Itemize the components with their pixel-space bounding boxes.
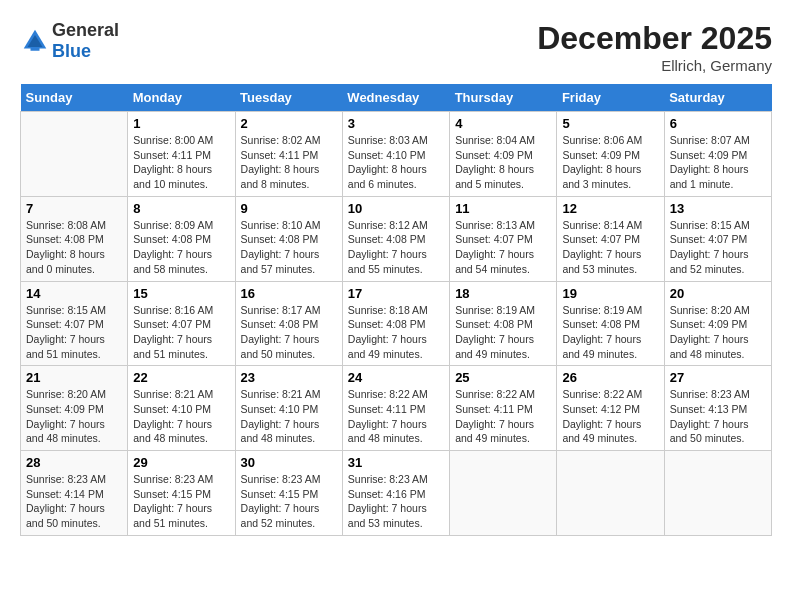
calendar-cell: 3Sunrise: 8:03 AM Sunset: 4:10 PM Daylig… bbox=[342, 112, 449, 197]
day-number: 30 bbox=[241, 455, 337, 470]
calendar-day-header: Saturday bbox=[664, 84, 771, 112]
logo-icon bbox=[20, 26, 50, 56]
calendar-week-row: 7Sunrise: 8:08 AM Sunset: 4:08 PM Daylig… bbox=[21, 196, 772, 281]
day-number: 25 bbox=[455, 370, 551, 385]
day-info: Sunrise: 8:20 AM Sunset: 4:09 PM Dayligh… bbox=[670, 303, 766, 362]
day-number: 26 bbox=[562, 370, 658, 385]
title-block: December 2025 Ellrich, Germany bbox=[537, 20, 772, 74]
day-number: 14 bbox=[26, 286, 122, 301]
day-info: Sunrise: 8:23 AM Sunset: 4:15 PM Dayligh… bbox=[133, 472, 229, 531]
day-number: 29 bbox=[133, 455, 229, 470]
day-number: 6 bbox=[670, 116, 766, 131]
day-number: 2 bbox=[241, 116, 337, 131]
day-info: Sunrise: 8:15 AM Sunset: 4:07 PM Dayligh… bbox=[670, 218, 766, 277]
calendar-cell: 8Sunrise: 8:09 AM Sunset: 4:08 PM Daylig… bbox=[128, 196, 235, 281]
calendar-week-row: 14Sunrise: 8:15 AM Sunset: 4:07 PM Dayli… bbox=[21, 281, 772, 366]
day-number: 15 bbox=[133, 286, 229, 301]
day-info: Sunrise: 8:10 AM Sunset: 4:08 PM Dayligh… bbox=[241, 218, 337, 277]
day-number: 24 bbox=[348, 370, 444, 385]
calendar-week-row: 21Sunrise: 8:20 AM Sunset: 4:09 PM Dayli… bbox=[21, 366, 772, 451]
day-info: Sunrise: 8:22 AM Sunset: 4:12 PM Dayligh… bbox=[562, 387, 658, 446]
day-number: 27 bbox=[670, 370, 766, 385]
logo-blue-text: Blue bbox=[52, 41, 91, 61]
calendar-cell: 31Sunrise: 8:23 AM Sunset: 4:16 PM Dayli… bbox=[342, 451, 449, 536]
calendar-cell: 17Sunrise: 8:18 AM Sunset: 4:08 PM Dayli… bbox=[342, 281, 449, 366]
day-number: 31 bbox=[348, 455, 444, 470]
day-info: Sunrise: 8:22 AM Sunset: 4:11 PM Dayligh… bbox=[455, 387, 551, 446]
calendar-cell: 1Sunrise: 8:00 AM Sunset: 4:11 PM Daylig… bbox=[128, 112, 235, 197]
calendar-cell bbox=[664, 451, 771, 536]
calendar-cell: 30Sunrise: 8:23 AM Sunset: 4:15 PM Dayli… bbox=[235, 451, 342, 536]
day-info: Sunrise: 8:22 AM Sunset: 4:11 PM Dayligh… bbox=[348, 387, 444, 446]
day-number: 22 bbox=[133, 370, 229, 385]
svg-rect-2 bbox=[31, 47, 40, 51]
month-title: December 2025 bbox=[537, 20, 772, 57]
calendar-cell bbox=[557, 451, 664, 536]
calendar-cell: 26Sunrise: 8:22 AM Sunset: 4:12 PM Dayli… bbox=[557, 366, 664, 451]
calendar-cell: 9Sunrise: 8:10 AM Sunset: 4:08 PM Daylig… bbox=[235, 196, 342, 281]
day-number: 8 bbox=[133, 201, 229, 216]
day-number: 7 bbox=[26, 201, 122, 216]
calendar-cell: 14Sunrise: 8:15 AM Sunset: 4:07 PM Dayli… bbox=[21, 281, 128, 366]
day-info: Sunrise: 8:13 AM Sunset: 4:07 PM Dayligh… bbox=[455, 218, 551, 277]
day-info: Sunrise: 8:02 AM Sunset: 4:11 PM Dayligh… bbox=[241, 133, 337, 192]
calendar-cell: 2Sunrise: 8:02 AM Sunset: 4:11 PM Daylig… bbox=[235, 112, 342, 197]
day-info: Sunrise: 8:09 AM Sunset: 4:08 PM Dayligh… bbox=[133, 218, 229, 277]
day-info: Sunrise: 8:17 AM Sunset: 4:08 PM Dayligh… bbox=[241, 303, 337, 362]
day-number: 5 bbox=[562, 116, 658, 131]
calendar-cell: 5Sunrise: 8:06 AM Sunset: 4:09 PM Daylig… bbox=[557, 112, 664, 197]
calendar-cell: 19Sunrise: 8:19 AM Sunset: 4:08 PM Dayli… bbox=[557, 281, 664, 366]
calendar-cell: 28Sunrise: 8:23 AM Sunset: 4:14 PM Dayli… bbox=[21, 451, 128, 536]
day-number: 9 bbox=[241, 201, 337, 216]
day-info: Sunrise: 8:19 AM Sunset: 4:08 PM Dayligh… bbox=[455, 303, 551, 362]
day-info: Sunrise: 8:23 AM Sunset: 4:13 PM Dayligh… bbox=[670, 387, 766, 446]
day-info: Sunrise: 8:03 AM Sunset: 4:10 PM Dayligh… bbox=[348, 133, 444, 192]
calendar-cell: 22Sunrise: 8:21 AM Sunset: 4:10 PM Dayli… bbox=[128, 366, 235, 451]
calendar-day-header: Wednesday bbox=[342, 84, 449, 112]
day-info: Sunrise: 8:15 AM Sunset: 4:07 PM Dayligh… bbox=[26, 303, 122, 362]
calendar-cell: 27Sunrise: 8:23 AM Sunset: 4:13 PM Dayli… bbox=[664, 366, 771, 451]
calendar-week-row: 1Sunrise: 8:00 AM Sunset: 4:11 PM Daylig… bbox=[21, 112, 772, 197]
logo-general-text: General bbox=[52, 20, 119, 40]
day-info: Sunrise: 8:07 AM Sunset: 4:09 PM Dayligh… bbox=[670, 133, 766, 192]
day-number: 20 bbox=[670, 286, 766, 301]
day-number: 23 bbox=[241, 370, 337, 385]
calendar-cell: 25Sunrise: 8:22 AM Sunset: 4:11 PM Dayli… bbox=[450, 366, 557, 451]
calendar-cell: 16Sunrise: 8:17 AM Sunset: 4:08 PM Dayli… bbox=[235, 281, 342, 366]
day-number: 13 bbox=[670, 201, 766, 216]
calendar-cell: 21Sunrise: 8:20 AM Sunset: 4:09 PM Dayli… bbox=[21, 366, 128, 451]
calendar-cell: 29Sunrise: 8:23 AM Sunset: 4:15 PM Dayli… bbox=[128, 451, 235, 536]
calendar-cell bbox=[21, 112, 128, 197]
calendar-cell: 10Sunrise: 8:12 AM Sunset: 4:08 PM Dayli… bbox=[342, 196, 449, 281]
calendar-cell: 18Sunrise: 8:19 AM Sunset: 4:08 PM Dayli… bbox=[450, 281, 557, 366]
day-info: Sunrise: 8:16 AM Sunset: 4:07 PM Dayligh… bbox=[133, 303, 229, 362]
calendar-cell: 20Sunrise: 8:20 AM Sunset: 4:09 PM Dayli… bbox=[664, 281, 771, 366]
calendar-day-header: Tuesday bbox=[235, 84, 342, 112]
calendar-cell: 11Sunrise: 8:13 AM Sunset: 4:07 PM Dayli… bbox=[450, 196, 557, 281]
day-info: Sunrise: 8:23 AM Sunset: 4:16 PM Dayligh… bbox=[348, 472, 444, 531]
calendar-cell: 13Sunrise: 8:15 AM Sunset: 4:07 PM Dayli… bbox=[664, 196, 771, 281]
calendar-body: 1Sunrise: 8:00 AM Sunset: 4:11 PM Daylig… bbox=[21, 112, 772, 536]
day-number: 18 bbox=[455, 286, 551, 301]
day-number: 3 bbox=[348, 116, 444, 131]
day-number: 1 bbox=[133, 116, 229, 131]
day-number: 28 bbox=[26, 455, 122, 470]
calendar-cell: 23Sunrise: 8:21 AM Sunset: 4:10 PM Dayli… bbox=[235, 366, 342, 451]
day-number: 12 bbox=[562, 201, 658, 216]
day-info: Sunrise: 8:18 AM Sunset: 4:08 PM Dayligh… bbox=[348, 303, 444, 362]
calendar-cell: 24Sunrise: 8:22 AM Sunset: 4:11 PM Dayli… bbox=[342, 366, 449, 451]
day-info: Sunrise: 8:12 AM Sunset: 4:08 PM Dayligh… bbox=[348, 218, 444, 277]
day-number: 11 bbox=[455, 201, 551, 216]
calendar-week-row: 28Sunrise: 8:23 AM Sunset: 4:14 PM Dayli… bbox=[21, 451, 772, 536]
calendar-cell: 15Sunrise: 8:16 AM Sunset: 4:07 PM Dayli… bbox=[128, 281, 235, 366]
calendar-cell: 12Sunrise: 8:14 AM Sunset: 4:07 PM Dayli… bbox=[557, 196, 664, 281]
day-number: 10 bbox=[348, 201, 444, 216]
day-info: Sunrise: 8:21 AM Sunset: 4:10 PM Dayligh… bbox=[241, 387, 337, 446]
calendar-cell bbox=[450, 451, 557, 536]
day-number: 21 bbox=[26, 370, 122, 385]
day-info: Sunrise: 8:20 AM Sunset: 4:09 PM Dayligh… bbox=[26, 387, 122, 446]
day-number: 19 bbox=[562, 286, 658, 301]
logo: General Blue bbox=[20, 20, 119, 62]
calendar-cell: 4Sunrise: 8:04 AM Sunset: 4:09 PM Daylig… bbox=[450, 112, 557, 197]
calendar-header-row: SundayMondayTuesdayWednesdayThursdayFrid… bbox=[21, 84, 772, 112]
